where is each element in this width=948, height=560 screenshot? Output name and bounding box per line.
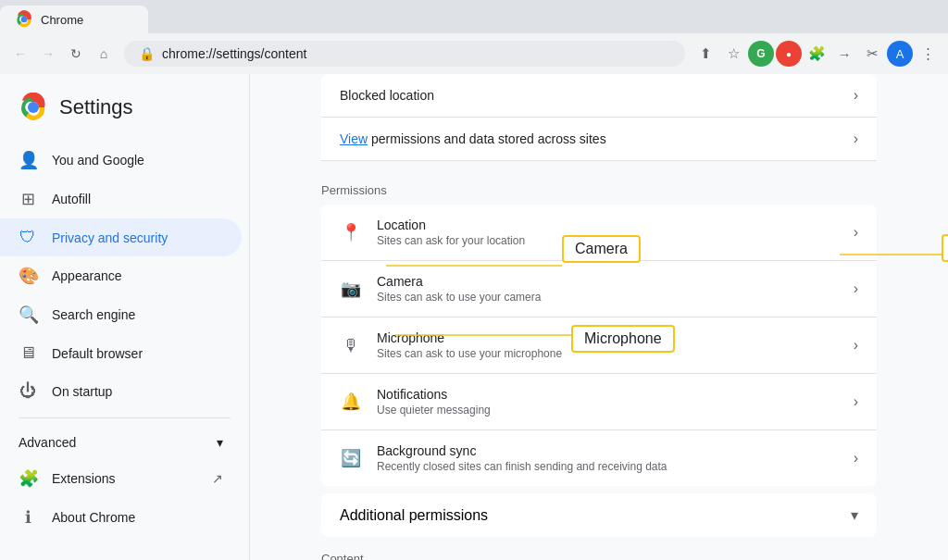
svg-point-0 <box>21 17 28 23</box>
sidebar-nav: 👤 You and Google ⊞ Autofill 🛡 Privacy an… <box>0 141 249 537</box>
sidebar-advanced[interactable]: Advanced ▾ <box>0 426 242 459</box>
nav-buttons: ← → ↻ ⌂ <box>7 41 117 67</box>
notifications-title: Notifications <box>377 387 839 402</box>
background-sync-permission-item[interactable]: 🔄 Background sync Recently closed sites … <box>321 430 877 486</box>
lock-icon: 🔒 <box>139 46 155 61</box>
svg-point-1 <box>28 102 39 113</box>
sidebar-item-label: Privacy and security <box>52 230 168 245</box>
share-button[interactable]: ⬆ <box>692 41 718 67</box>
sidebar: Settings 👤 You and Google ⊞ Autofill 🛡 P… <box>0 74 250 560</box>
location-text: Location Sites can ask for your location <box>377 218 839 247</box>
view-link-word[interactable]: View <box>340 131 368 146</box>
location-desc: Sites can ask for your location <box>377 234 839 247</box>
settings-logo <box>19 93 48 122</box>
info-icon: ℹ <box>19 507 37 528</box>
background-sync-desc: Recently closed sites can finish sending… <box>377 460 839 473</box>
notifications-permission-item[interactable]: 🔔 Notifications Use quieter messaging › <box>321 374 877 430</box>
capture-icon[interactable]: ✂ <box>859 41 885 67</box>
camera-desc: Sites can ask to use your camera <box>377 291 839 304</box>
notifications-desc: Use quieter messaging <box>377 404 839 417</box>
sidebar-item-label: Appearance <box>52 268 122 283</box>
blocked-location-text: Blocked location <box>340 88 434 103</box>
sidebar-items-list: 👤 You and Google ⊞ Autofill 🛡 Privacy an… <box>0 141 249 410</box>
notifications-text: Notifications Use quieter messaging <box>377 387 839 417</box>
browser-chrome: Chrome ← → ↻ ⌂ 🔒 chrome://settings/conte… <box>0 0 948 74</box>
forward-arrow-icon[interactable]: → <box>831 41 857 67</box>
permissions-section-label: Permissions <box>321 176 877 205</box>
refresh-button[interactable]: ↻ <box>63 41 89 67</box>
lastpass-icon[interactable]: ● <box>776 41 802 67</box>
shield-icon: 🛡 <box>19 228 37 247</box>
app-layout: Settings 👤 You and Google ⊞ Autofill 🛡 P… <box>0 74 948 560</box>
back-button[interactable]: ← <box>7 41 33 67</box>
address-bar[interactable]: 🔒 chrome://settings/content <box>124 41 685 67</box>
microphone-chevron: › <box>854 337 858 354</box>
advanced-label: Advanced <box>19 435 76 450</box>
sidebar-item-on-startup[interactable]: ⏻ On startup <box>0 372 242 410</box>
microphone-text: Microphone Sites can ask to use your mic… <box>377 330 839 360</box>
forward-button[interactable]: → <box>35 41 61 67</box>
sidebar-item-default-browser[interactable]: 🖥 Default browser <box>0 334 242 372</box>
additional-permissions-chevron: ▾ <box>851 506 858 524</box>
microphone-desc: Sites can ask to use your microphone <box>377 347 839 360</box>
browser-icon: 🖥 <box>19 343 37 363</box>
extensions-button[interactable]: 🧩 <box>804 41 830 67</box>
camera-permission-item[interactable]: 📷 Camera Sites can ask to use your camer… <box>321 261 877 317</box>
sync-icon: 🔄 <box>340 448 362 468</box>
sidebar-divider <box>19 417 231 418</box>
sidebar-header: Settings <box>0 81 249 141</box>
sidebar-item-privacy-security[interactable]: 🛡 Privacy and security <box>0 218 242 256</box>
sidebar-item-label: You and Google <box>52 153 144 168</box>
background-sync-chevron: › <box>854 450 858 467</box>
view-permissions-text: View permissions and data stored across … <box>340 131 606 146</box>
person-icon: 👤 <box>19 150 37 170</box>
address-text: chrome://settings/content <box>162 46 306 61</box>
google-account-icon[interactable]: G <box>748 41 774 67</box>
additional-permissions-row[interactable]: Additional permissions ▾ <box>321 493 877 537</box>
notifications-icon: 🔔 <box>340 392 362 412</box>
main-content: Blocked location › View permissions and … <box>250 74 948 560</box>
camera-text: Camera Sites can ask to use your camera <box>377 274 839 304</box>
active-tab[interactable]: Chrome <box>0 6 148 33</box>
location-icon: 📍 <box>340 222 362 243</box>
startup-icon: ⏻ <box>19 381 37 401</box>
content-inner: Blocked location › View permissions and … <box>303 74 895 560</box>
sidebar-item-you-and-google[interactable]: 👤 You and Google <box>0 141 242 180</box>
search-icon: 🔍 <box>19 305 37 325</box>
sidebar-subitem-label: Extensions <box>52 471 115 486</box>
bookmark-button[interactable]: ☆ <box>720 41 746 67</box>
camera-title: Camera <box>377 274 839 289</box>
background-sync-title: Background sync <box>377 443 839 458</box>
sidebar-item-label: Autofill <box>52 192 91 206</box>
sidebar-item-search-engine[interactable]: 🔍 Search engine <box>0 295 242 334</box>
home-button[interactable]: ⌂ <box>91 41 117 67</box>
blocked-location-bar[interactable]: Blocked location › <box>321 74 877 118</box>
camera-annotation-box: Camera <box>942 234 948 262</box>
permissions-relative-wrapper: Camera 📍 Location Sites can ask for you <box>321 205 877 486</box>
sidebar-item-label: On startup <box>52 384 112 399</box>
profile-avatar[interactable]: A <box>887 41 913 67</box>
permissions-block: 📍 Location Sites can ask for your locati… <box>321 205 877 486</box>
microphone-permission-item[interactable]: 🎙 Microphone Sites can ask to use your m… <box>321 317 877 374</box>
sidebar-item-extensions[interactable]: 🧩 Extensions ↗ <box>0 459 242 498</box>
sidebar-item-autofill[interactable]: ⊞ Autofill <box>0 180 242 218</box>
sidebar-subitems: 🧩 Extensions ↗ ℹ About Chrome <box>0 459 249 537</box>
tab-bar: Chrome <box>0 0 948 33</box>
microphone-title: Microphone <box>377 330 839 345</box>
microphone-icon: 🎙 <box>340 336 362 355</box>
menu-button[interactable]: ⋮ <box>915 41 941 67</box>
sidebar-item-appearance[interactable]: 🎨 Appearance <box>0 256 242 295</box>
location-permission-item[interactable]: 📍 Location Sites can ask for your locati… <box>321 205 877 261</box>
view-permissions-chevron: › <box>854 131 858 147</box>
location-title: Location <box>377 218 839 232</box>
location-chevron: › <box>854 224 858 241</box>
address-bar-row: ← → ↻ ⌂ 🔒 chrome://settings/content ⬆ ☆ … <box>0 33 948 74</box>
appearance-icon: 🎨 <box>19 266 37 286</box>
sidebar-item-label: Default browser <box>52 346 143 361</box>
toolbar-icons: ⬆ ☆ G ● 🧩 → ✂ A ⋮ <box>692 41 941 67</box>
sidebar-item-about-chrome[interactable]: ℹ About Chrome <box>0 498 242 537</box>
extensions-icon: 🧩 <box>19 468 37 489</box>
chevron-down-icon: ▾ <box>217 435 223 450</box>
view-permissions-row[interactable]: View permissions and data stored across … <box>321 118 877 161</box>
camera-icon: 📷 <box>340 279 362 299</box>
